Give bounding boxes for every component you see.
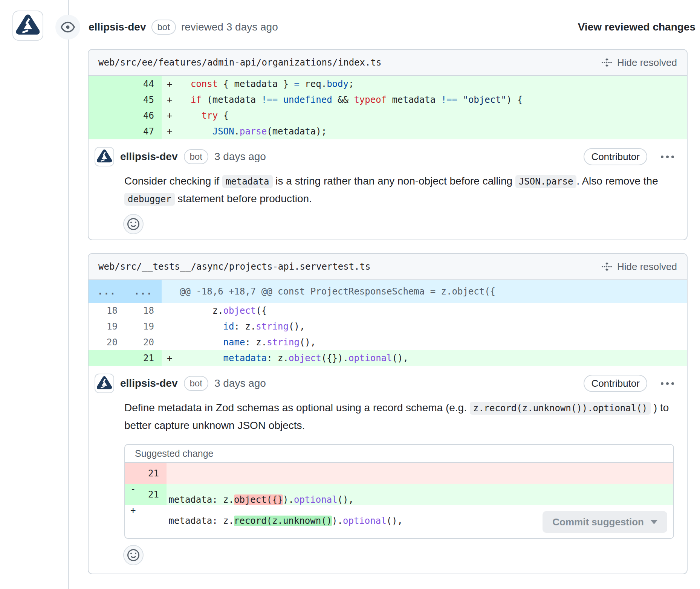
comment-author[interactable]: ellipsis-dev	[120, 151, 178, 163]
line-number[interactable]: 44	[125, 76, 162, 92]
code-line: const { metadata } = req.body;	[180, 79, 354, 89]
comment-header: ellipsis-dev bot 3 days ago Contributor	[95, 147, 681, 166]
fold-icon	[601, 57, 613, 68]
comment: ellipsis-dev bot 3 days ago Contributor …	[89, 366, 687, 565]
review-event-badge	[55, 15, 80, 40]
code-line: name: z.string(),	[180, 337, 316, 348]
diff-row: ......@@ -18,6 +18,7 @@ const ProjectRes…	[89, 280, 687, 303]
timeline-line	[68, 0, 69, 589]
bot-badge: bot	[151, 20, 176, 35]
ellipsis-logo-icon	[97, 376, 112, 391]
line-number[interactable]: 18	[89, 303, 125, 319]
add-reaction-button[interactable]	[123, 545, 144, 565]
review-header: ellipsis-dev bot reviewed 3 days ago Vie…	[89, 15, 695, 39]
commit-suggestion-label: Commit suggestion	[552, 516, 644, 528]
diff-sign: +	[162, 79, 180, 89]
line-number[interactable]: 21	[125, 350, 162, 366]
line-number[interactable]: 20	[89, 334, 125, 350]
comment-header: ellipsis-dev bot 3 days ago Contributor	[95, 374, 681, 393]
hide-resolved-label: Hide resolved	[617, 57, 677, 69]
ellipsis-logo-icon	[97, 149, 112, 164]
code-line: if (metadata !== undefined && typeof met…	[180, 95, 523, 105]
hide-resolved-button[interactable]: Hide resolved	[601, 261, 677, 273]
inline-code: debugger	[124, 193, 175, 206]
comment-body: Consider checking if metadata is a strin…	[124, 172, 681, 208]
line-number[interactable]: ...	[89, 280, 125, 303]
comment-text: statement before production.	[175, 193, 312, 204]
diff-sign: +	[162, 95, 180, 105]
file-header: web/src/ee/features/admin-api/organizati…	[89, 50, 687, 76]
line-number[interactable]	[89, 108, 125, 124]
line-number[interactable]: 19	[125, 319, 162, 334]
review-thread-card: web/src/__tests__/async/projects-api.ser…	[88, 253, 688, 574]
kebab-menu-icon[interactable]	[659, 380, 676, 387]
fold-icon	[601, 261, 613, 272]
bot-badge: bot	[184, 376, 208, 391]
comment-text: is a string rather than any non-object b…	[273, 175, 515, 187]
comment-author[interactable]: ellipsis-dev	[120, 377, 178, 389]
file-path-link[interactable]: web/src/ee/features/admin-api/organizati…	[98, 57, 381, 68]
line-number[interactable]: ...	[125, 280, 162, 303]
contributor-badge: Contributor	[584, 148, 647, 165]
diff-row: 2020 name: z.string(),	[89, 334, 687, 350]
comment-timestamp[interactable]: 3 days ago	[214, 377, 266, 389]
code-line: metadata: z.object({}).optional(),	[180, 353, 408, 363]
line-number[interactable]	[89, 350, 125, 366]
line-number[interactable]: 18	[125, 303, 162, 319]
diff-row: 1919 id: z.string(),	[89, 319, 687, 334]
suggested-change-title: Suggested change	[125, 445, 673, 463]
view-reviewed-changes-link[interactable]: View reviewed changes	[578, 21, 695, 33]
inline-code: metadata	[222, 175, 273, 188]
comment-body: Define metadata in Zod schemas as option…	[124, 399, 681, 434]
diff-table: ......@@ -18,6 +18,7 @@ const ProjectRes…	[89, 280, 687, 366]
line-number[interactable]	[89, 92, 125, 108]
line-number[interactable]: 46	[125, 108, 162, 124]
contributor-badge: Contributor	[584, 375, 647, 392]
comment-text: . Also remove the	[576, 175, 658, 187]
diff-row: 21+ metadata: z.object({}).optional(),	[89, 350, 687, 366]
hide-resolved-label: Hide resolved	[617, 261, 677, 273]
line-number[interactable]: 45	[125, 92, 162, 108]
diff-sign: +	[162, 353, 180, 363]
code-line: try {	[180, 110, 229, 121]
comment-header-right: Contributor	[584, 375, 681, 392]
comment-avatar[interactable]	[95, 374, 114, 393]
eye-icon	[61, 20, 75, 34]
line-number[interactable]: 47	[125, 124, 162, 139]
diff-sign: +	[162, 126, 180, 137]
code-line: @@ -18,6 +18,7 @@ const ProjectResponseS…	[180, 286, 495, 297]
diff-row: 46+ try {	[89, 108, 687, 124]
smiley-icon	[127, 218, 139, 230]
comment-timestamp[interactable]: 3 days ago	[214, 151, 266, 163]
reviewer-name[interactable]: ellipsis-dev	[89, 21, 146, 33]
reviewer-avatar[interactable]	[12, 11, 43, 41]
inline-code: JSON.parse	[515, 175, 577, 188]
diff-row: 21- metadata: z.object({}).optional(),	[125, 463, 673, 484]
line-number[interactable]	[89, 76, 125, 92]
comment: ellipsis-dev bot 3 days ago Contributor …	[89, 139, 687, 234]
code-line: JSON.parse(metadata);	[180, 126, 327, 137]
line-number[interactable]: 20	[125, 334, 162, 350]
comment-avatar[interactable]	[95, 147, 114, 166]
diff-row: 47+ JSON.parse(metadata);	[89, 124, 687, 139]
hide-resolved-button[interactable]: Hide resolved	[601, 57, 677, 69]
review-action-text: reviewed 3 days ago	[181, 21, 278, 33]
diff-sign: +	[162, 110, 180, 121]
inline-code: z.record(z.unknown()).optional()	[470, 402, 651, 415]
comment-text: Consider checking if	[124, 175, 222, 187]
chevron-down-icon	[651, 520, 657, 524]
bot-badge: bot	[184, 149, 208, 164]
line-number[interactable]	[89, 124, 125, 139]
file-path-link[interactable]: web/src/__tests__/async/projects-api.ser…	[98, 261, 370, 272]
kebab-menu-icon[interactable]	[659, 153, 676, 160]
line-number[interactable]: 21	[125, 463, 167, 484]
commit-suggestion-button[interactable]: Commit suggestion	[543, 511, 667, 533]
suggested-change-block: Suggested change 21- metadata: z.object(…	[124, 444, 674, 539]
code-line: z.object({	[180, 305, 267, 316]
comment-text: Define metadata in Zod schemas as option…	[124, 402, 470, 414]
suggestion-diff: 21- metadata: z.object({}).optional(),21…	[125, 463, 673, 505]
ellipsis-logo-icon	[16, 14, 40, 37]
line-number[interactable]: 19	[89, 319, 125, 334]
add-reaction-button[interactable]	[123, 214, 144, 234]
smiley-icon	[127, 549, 139, 561]
